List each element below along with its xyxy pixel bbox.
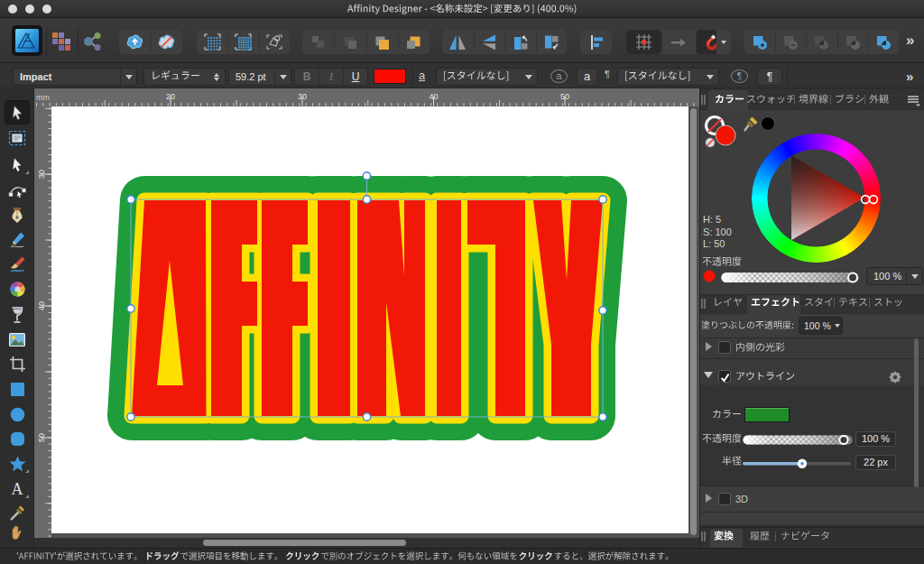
svg-text:40: 40 (429, 92, 438, 101)
svg-text:30: 30 (298, 92, 307, 101)
svg-text:50: 50 (37, 433, 46, 442)
svg-text:50: 50 (560, 92, 569, 101)
svg-text:20: 20 (166, 92, 175, 101)
svg-text:40: 40 (37, 301, 46, 310)
svg-text:30: 30 (37, 170, 46, 179)
